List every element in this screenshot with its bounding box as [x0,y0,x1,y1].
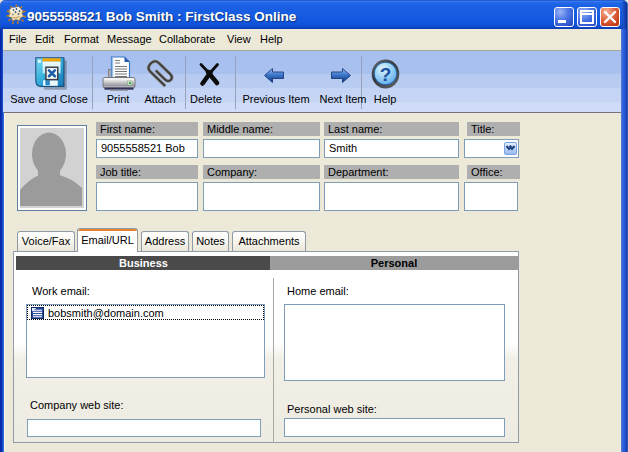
svg-text:?: ? [380,64,392,85]
